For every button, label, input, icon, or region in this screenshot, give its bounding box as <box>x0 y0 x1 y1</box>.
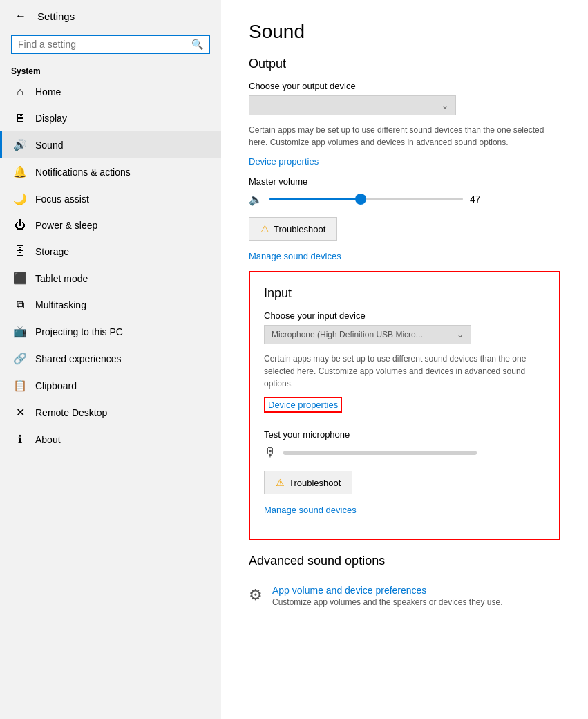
sidebar-item-label: Power & sleep <box>35 220 97 231</box>
sidebar-item-label: Tablet mode <box>35 273 88 284</box>
volume-icon: 🔈 <box>249 193 263 206</box>
sidebar-item-label: Clipboard <box>35 380 77 391</box>
sidebar-item-projecting[interactable]: 📺 Projecting to this PC <box>0 318 221 345</box>
input-manage-devices-link[interactable]: Manage sound devices <box>264 505 357 515</box>
shared-icon: 🔗 <box>13 352 27 365</box>
sidebar-item-multitasking[interactable]: ⧉ Multitasking <box>0 292 221 318</box>
app-volume-title[interactable]: App volume and device preferences <box>272 585 503 596</box>
input-section: Input Choose your input device Microphon… <box>249 271 560 540</box>
sidebar-item-clipboard[interactable]: 📋 Clipboard <box>0 372 221 399</box>
sidebar-item-focus[interactable]: 🌙 Focus assist <box>0 185 221 212</box>
notification-icon: 🔔 <box>13 165 27 178</box>
sidebar-item-label: Shared experiences <box>35 353 122 364</box>
sidebar-item-label: Notifications & actions <box>35 167 131 178</box>
slider-fill <box>269 198 361 200</box>
sidebar-item-label: Multitasking <box>35 299 86 310</box>
main-content: Sound Output Choose your output device ⌄… <box>221 0 588 719</box>
power-icon: ⏻ <box>13 219 27 232</box>
input-hint-text: Certain apps may be set up to use differ… <box>264 353 545 390</box>
output-manage-devices-link[interactable]: Manage sound devices <box>249 251 341 261</box>
sidebar-item-label: Sound <box>35 140 63 151</box>
master-volume-row: 🔈 47 <box>249 192 560 206</box>
page-title: Sound <box>249 21 560 43</box>
input-device-label: Choose your input device <box>264 310 545 321</box>
output-section-title: Output <box>249 57 560 71</box>
sidebar-header: ← Settings <box>0 0 221 32</box>
master-volume-label: Master volume <box>249 176 560 187</box>
mic-icon: 🎙 <box>264 445 276 460</box>
back-button[interactable]: ← <box>11 8 30 24</box>
output-troubleshoot-button[interactable]: ⚠ Troubleshoot <box>249 217 337 241</box>
remote-icon: ✕ <box>13 406 27 419</box>
test-mic-label: Test your microphone <box>264 429 545 440</box>
output-section: Output Choose your output device ⌄ Certa… <box>249 57 560 271</box>
sidebar-item-shared[interactable]: 🔗 Shared experiences <box>0 345 221 372</box>
search-input[interactable] <box>18 39 187 50</box>
output-dropdown-arrow: ⌄ <box>442 101 448 111</box>
master-volume-value: 47 <box>470 194 491 205</box>
sidebar-item-label: Projecting to this PC <box>35 326 123 337</box>
sidebar: ← Settings 🔍 System ⌂ Home 🖥 Display 🔊 S… <box>0 0 221 719</box>
output-device-value <box>256 100 259 111</box>
sidebar-item-notifications[interactable]: 🔔 Notifications & actions <box>0 158 221 185</box>
app-volume-text: App volume and device preferences Custom… <box>272 585 503 607</box>
tablet-icon: ⬛ <box>13 272 27 285</box>
input-device-dropdown[interactable]: Microphone (High Definition USB Micro...… <box>264 325 471 344</box>
output-device-label: Choose your output device <box>249 81 560 91</box>
sidebar-item-label: Remote Desktop <box>35 407 107 418</box>
storage-icon: 🗄 <box>13 245 27 258</box>
master-volume-slider[interactable] <box>269 192 463 206</box>
about-icon: ℹ <box>13 433 27 446</box>
sidebar-item-label: Home <box>35 86 61 97</box>
system-section-label: System <box>0 62 221 79</box>
advanced-section: Advanced sound options ⚙ App volume and … <box>249 554 560 614</box>
warn-icon-input: ⚠ <box>276 477 285 488</box>
sidebar-item-power[interactable]: ⏻ Power & sleep <box>0 212 221 239</box>
multitask-icon: ⧉ <box>13 299 27 311</box>
sidebar-item-remote[interactable]: ✕ Remote Desktop <box>0 399 221 426</box>
home-icon: ⌂ <box>13 86 27 98</box>
output-device-dropdown[interactable]: ⌄ <box>249 95 456 115</box>
sidebar-item-sound[interactable]: 🔊 Sound <box>0 131 221 158</box>
warn-icon: ⚠ <box>260 223 269 234</box>
mic-level-bar <box>283 451 477 455</box>
mixer-icon: ⚙ <box>249 586 263 604</box>
input-troubleshoot-button[interactable]: ⚠ Troubleshoot <box>264 471 352 494</box>
sidebar-item-storage[interactable]: 🗄 Storage <box>0 239 221 265</box>
slider-thumb[interactable] <box>355 194 366 205</box>
sidebar-item-about[interactable]: ℹ About <box>0 426 221 453</box>
input-device-properties-link[interactable]: Device properties <box>264 397 342 413</box>
sidebar-item-label: Display <box>35 113 67 124</box>
clipboard-icon: 📋 <box>13 379 27 392</box>
slider-track <box>269 198 463 200</box>
project-icon: 📺 <box>13 325 27 338</box>
input-dropdown-arrow: ⌄ <box>457 330 464 339</box>
focus-icon: 🌙 <box>13 192 27 205</box>
output-troubleshoot-label: Troubleshoot <box>274 224 325 234</box>
test-mic-row: 🎙 <box>264 445 545 460</box>
sidebar-item-label: Storage <box>35 246 69 257</box>
input-section-title: Input <box>264 286 545 301</box>
sidebar-item-tablet[interactable]: ⬛ Tablet mode <box>0 265 221 292</box>
output-device-properties-link[interactable]: Device properties <box>249 156 319 167</box>
app-volume-desc: Customize app volumes and the speakers o… <box>272 597 503 607</box>
advanced-section-title: Advanced sound options <box>249 554 560 568</box>
sidebar-item-label: Focus assist <box>35 194 89 205</box>
output-hint-text: Certain apps may be set up to use differ… <box>249 124 553 149</box>
sidebar-title: Settings <box>37 10 75 22</box>
sound-icon: 🔊 <box>13 138 27 151</box>
input-device-value: Microphone (High Definition USB Micro... <box>272 330 423 339</box>
display-icon: 🖥 <box>13 112 27 124</box>
app-volume-item[interactable]: ⚙ App volume and device preferences Cust… <box>249 578 560 614</box>
search-icon: 🔍 <box>191 39 203 50</box>
sidebar-item-display[interactable]: 🖥 Display <box>0 105 221 131</box>
sidebar-item-home[interactable]: ⌂ Home <box>0 79 221 105</box>
input-troubleshoot-label: Troubleshoot <box>289 478 341 488</box>
sidebar-item-label: About <box>35 434 61 445</box>
search-box-container[interactable]: 🔍 <box>11 35 210 54</box>
